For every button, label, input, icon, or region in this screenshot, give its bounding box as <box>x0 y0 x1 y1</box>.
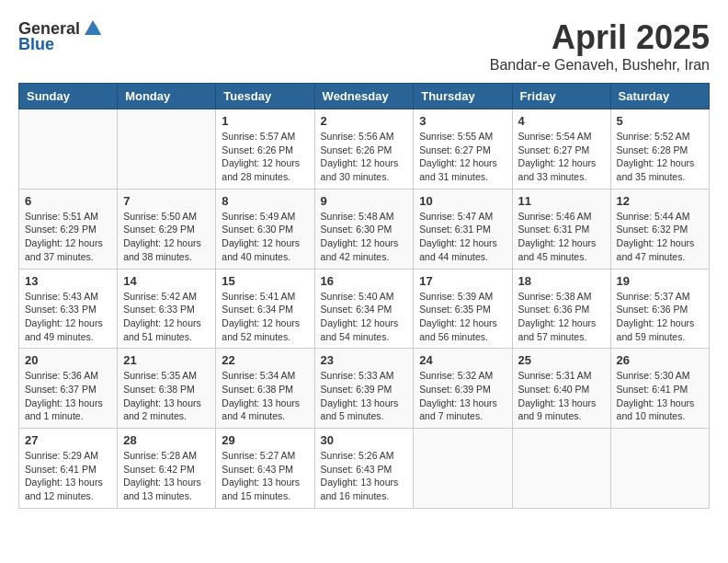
calendar-cell: 13Sunrise: 5:43 AMSunset: 6:33 PMDayligh… <box>19 269 118 349</box>
day-info: Sunrise: 5:29 AMSunset: 6:41 PMDaylight:… <box>25 449 111 503</box>
header: General Blue April 2025 Bandar-e Genaveh… <box>18 18 710 74</box>
day-info: Sunrise: 5:57 AMSunset: 6:26 PMDaylight:… <box>222 130 308 184</box>
day-number: 14 <box>123 274 210 288</box>
calendar-week-row: 13Sunrise: 5:43 AMSunset: 6:33 PMDayligh… <box>19 269 710 349</box>
day-info: Sunrise: 5:56 AMSunset: 6:26 PMDaylight:… <box>321 130 408 184</box>
day-number: 16 <box>321 274 408 288</box>
day-number: 22 <box>222 353 308 367</box>
calendar-week-row: 27Sunrise: 5:29 AMSunset: 6:41 PMDayligh… <box>19 429 710 509</box>
calendar-cell: 28Sunrise: 5:28 AMSunset: 6:42 PMDayligh… <box>118 429 216 509</box>
day-number: 30 <box>321 433 408 447</box>
day-info: Sunrise: 5:43 AMSunset: 6:33 PMDaylight:… <box>25 290 111 344</box>
day-header-sunday: Sunday <box>19 84 118 109</box>
day-number: 3 <box>419 114 506 128</box>
calendar-cell: 25Sunrise: 5:31 AMSunset: 6:40 PMDayligh… <box>512 349 610 429</box>
day-header-thursday: Thursday <box>414 84 512 109</box>
calendar-cell: 29Sunrise: 5:27 AMSunset: 6:43 PMDayligh… <box>216 429 314 509</box>
day-number: 7 <box>123 194 210 208</box>
day-info: Sunrise: 5:26 AMSunset: 6:43 PMDaylight:… <box>321 449 408 503</box>
day-number: 4 <box>518 114 605 128</box>
logo: General Blue <box>18 18 103 54</box>
day-number: 9 <box>321 194 408 208</box>
calendar-table: SundayMondayTuesdayWednesdayThursdayFrid… <box>18 83 710 509</box>
day-info: Sunrise: 5:44 AMSunset: 6:32 PMDaylight:… <box>617 210 703 264</box>
calendar-week-row: 1Sunrise: 5:57 AMSunset: 6:26 PMDaylight… <box>19 109 710 190</box>
calendar-cell: 11Sunrise: 5:46 AMSunset: 6:31 PMDayligh… <box>512 189 610 269</box>
calendar-cell: 16Sunrise: 5:40 AMSunset: 6:34 PMDayligh… <box>314 269 414 349</box>
day-info: Sunrise: 5:41 AMSunset: 6:34 PMDaylight:… <box>222 290 308 344</box>
day-info: Sunrise: 5:39 AMSunset: 6:35 PMDaylight:… <box>419 290 506 344</box>
calendar-cell: 30Sunrise: 5:26 AMSunset: 6:43 PMDayligh… <box>314 429 414 509</box>
day-info: Sunrise: 5:27 AMSunset: 6:43 PMDaylight:… <box>222 449 308 503</box>
calendar-cell: 2Sunrise: 5:56 AMSunset: 6:26 PMDaylight… <box>314 109 414 190</box>
day-number: 21 <box>123 353 210 367</box>
calendar-cell: 21Sunrise: 5:35 AMSunset: 6:38 PMDayligh… <box>118 349 216 429</box>
calendar-cell: 9Sunrise: 5:48 AMSunset: 6:30 PMDaylight… <box>314 189 414 269</box>
calendar-cell: 18Sunrise: 5:38 AMSunset: 6:36 PMDayligh… <box>512 269 610 349</box>
calendar-cell <box>19 109 118 190</box>
day-info: Sunrise: 5:38 AMSunset: 6:36 PMDaylight:… <box>518 290 605 344</box>
day-number: 18 <box>518 274 605 288</box>
calendar-header-row: SundayMondayTuesdayWednesdayThursdayFrid… <box>19 84 710 109</box>
calendar-cell: 6Sunrise: 5:51 AMSunset: 6:29 PMDaylight… <box>19 189 118 269</box>
day-info: Sunrise: 5:42 AMSunset: 6:33 PMDaylight:… <box>123 290 210 344</box>
day-number: 5 <box>617 114 703 128</box>
day-header-tuesday: Tuesday <box>216 84 314 109</box>
day-info: Sunrise: 5:46 AMSunset: 6:31 PMDaylight:… <box>518 210 605 264</box>
calendar-cell: 22Sunrise: 5:34 AMSunset: 6:38 PMDayligh… <box>216 349 314 429</box>
day-number: 17 <box>419 274 506 288</box>
location-title: Bandar-e Genaveh, Bushehr, Iran <box>490 57 710 74</box>
calendar-cell: 3Sunrise: 5:55 AMSunset: 6:27 PMDaylight… <box>414 109 512 190</box>
day-number: 1 <box>222 114 308 128</box>
day-number: 19 <box>617 274 703 288</box>
day-number: 11 <box>518 194 605 208</box>
day-info: Sunrise: 5:37 AMSunset: 6:36 PMDaylight:… <box>617 290 703 344</box>
day-info: Sunrise: 5:50 AMSunset: 6:29 PMDaylight:… <box>123 210 210 264</box>
calendar-cell: 24Sunrise: 5:32 AMSunset: 6:39 PMDayligh… <box>414 349 512 429</box>
day-info: Sunrise: 5:48 AMSunset: 6:30 PMDaylight:… <box>321 210 408 264</box>
day-info: Sunrise: 5:31 AMSunset: 6:40 PMDaylight:… <box>518 369 605 423</box>
day-info: Sunrise: 5:51 AMSunset: 6:29 PMDaylight:… <box>25 210 111 264</box>
day-number: 13 <box>25 274 111 288</box>
day-info: Sunrise: 5:32 AMSunset: 6:39 PMDaylight:… <box>419 369 506 423</box>
calendar-cell <box>118 109 216 190</box>
day-number: 25 <box>518 353 605 367</box>
day-header-monday: Monday <box>118 84 216 109</box>
calendar-cell: 12Sunrise: 5:44 AMSunset: 6:32 PMDayligh… <box>610 189 709 269</box>
day-number: 27 <box>25 433 111 447</box>
calendar-cell <box>414 429 512 509</box>
title-area: April 2025 Bandar-e Genaveh, Bushehr, Ir… <box>490 18 710 74</box>
day-info: Sunrise: 5:47 AMSunset: 6:31 PMDaylight:… <box>419 210 506 264</box>
day-number: 24 <box>419 353 506 367</box>
day-info: Sunrise: 5:49 AMSunset: 6:30 PMDaylight:… <box>222 210 308 264</box>
calendar-week-row: 6Sunrise: 5:51 AMSunset: 6:29 PMDaylight… <box>19 189 710 269</box>
day-number: 12 <box>617 194 703 208</box>
calendar-cell: 10Sunrise: 5:47 AMSunset: 6:31 PMDayligh… <box>414 189 512 269</box>
day-number: 26 <box>617 353 703 367</box>
day-number: 8 <box>222 194 308 208</box>
day-info: Sunrise: 5:35 AMSunset: 6:38 PMDaylight:… <box>123 369 210 423</box>
calendar-cell <box>512 429 610 509</box>
calendar-cell: 26Sunrise: 5:30 AMSunset: 6:41 PMDayligh… <box>610 349 709 429</box>
day-number: 15 <box>222 274 308 288</box>
calendar-cell: 5Sunrise: 5:52 AMSunset: 6:28 PMDaylight… <box>610 109 709 190</box>
calendar-cell: 8Sunrise: 5:49 AMSunset: 6:30 PMDaylight… <box>216 189 314 269</box>
calendar-cell: 15Sunrise: 5:41 AMSunset: 6:34 PMDayligh… <box>216 269 314 349</box>
day-header-saturday: Saturday <box>610 84 709 109</box>
month-title: April 2025 <box>490 18 710 57</box>
day-number: 6 <box>25 194 111 208</box>
calendar-cell: 19Sunrise: 5:37 AMSunset: 6:36 PMDayligh… <box>610 269 709 349</box>
calendar-cell: 14Sunrise: 5:42 AMSunset: 6:33 PMDayligh… <box>118 269 216 349</box>
day-number: 29 <box>222 433 308 447</box>
day-header-friday: Friday <box>512 84 610 109</box>
calendar-cell: 20Sunrise: 5:36 AMSunset: 6:37 PMDayligh… <box>19 349 118 429</box>
logo-icon <box>83 18 103 39</box>
day-info: Sunrise: 5:30 AMSunset: 6:41 PMDaylight:… <box>617 369 703 423</box>
calendar-cell: 23Sunrise: 5:33 AMSunset: 6:39 PMDayligh… <box>314 349 414 429</box>
calendar-cell: 7Sunrise: 5:50 AMSunset: 6:29 PMDaylight… <box>118 189 216 269</box>
day-info: Sunrise: 5:54 AMSunset: 6:27 PMDaylight:… <box>518 130 605 184</box>
calendar-cell: 17Sunrise: 5:39 AMSunset: 6:35 PMDayligh… <box>414 269 512 349</box>
day-info: Sunrise: 5:52 AMSunset: 6:28 PMDaylight:… <box>617 130 703 184</box>
day-info: Sunrise: 5:40 AMSunset: 6:34 PMDaylight:… <box>321 290 408 344</box>
day-number: 2 <box>321 114 408 128</box>
